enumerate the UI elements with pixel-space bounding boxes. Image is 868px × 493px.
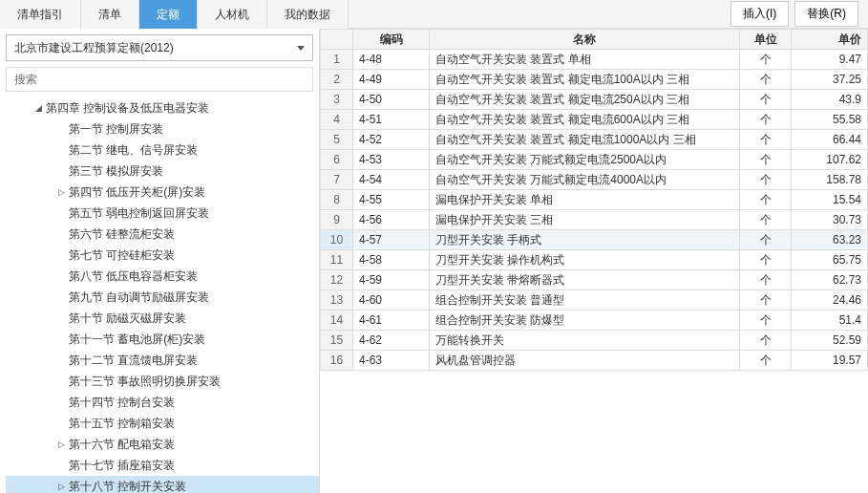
- cell-price[interactable]: 24.46: [792, 290, 868, 311]
- table-row[interactable]: 64-53自动空气开关安装 万能式额定电流2500A以内个107.62: [321, 150, 868, 170]
- cell-name[interactable]: 自动空气开关安装 装置式 额定电流600A以内 三相: [430, 110, 740, 130]
- tree-item[interactable]: ▷第十八节 控制开关安装: [6, 476, 319, 493]
- tab-2[interactable]: 定额: [139, 0, 198, 29]
- table-row[interactable]: 14-48自动空气开关安装 装置式 单相个9.47: [321, 50, 868, 70]
- cell-price[interactable]: 63.23: [792, 230, 868, 250]
- cell-code[interactable]: 4-58: [353, 250, 430, 270]
- table-row[interactable]: 114-58刀型开关安装 操作机构式个65.75: [321, 250, 868, 270]
- cell-price[interactable]: 107.62: [792, 150, 868, 170]
- tab-3[interactable]: 人材机: [198, 0, 267, 29]
- table-row[interactable]: 44-51自动空气开关安装 装置式 额定电流600A以内 三相个55.58: [321, 110, 868, 130]
- cell-name[interactable]: 刀型开关安装 手柄式: [430, 230, 740, 250]
- tree-item[interactable]: 第十三节 事故照明切换屏安装: [6, 371, 319, 392]
- cell-code[interactable]: 4-49: [353, 70, 430, 90]
- cell-unit[interactable]: 个: [740, 70, 792, 90]
- cell-code[interactable]: 4-57: [353, 230, 430, 250]
- col-price[interactable]: 单价: [792, 30, 868, 50]
- cell-code[interactable]: 4-53: [353, 150, 430, 170]
- cell-unit[interactable]: 个: [740, 290, 792, 311]
- cell-code[interactable]: 4-51: [353, 110, 430, 130]
- tree-item[interactable]: 第十五节 控制箱安装: [6, 413, 319, 434]
- cell-unit[interactable]: 个: [740, 130, 792, 150]
- tree-item[interactable]: 第七节 可控硅柜安装: [6, 245, 319, 266]
- cell-unit[interactable]: 个: [740, 210, 792, 230]
- tree-expand-icon[interactable]: ▷: [55, 182, 67, 203]
- table-row[interactable]: 154-62万能转换开关个52.59: [321, 331, 868, 351]
- cell-price[interactable]: 65.75: [792, 250, 868, 270]
- replace-button[interactable]: 替换(R): [794, 1, 858, 27]
- table-row[interactable]: 54-52自动空气开关安装 装置式 额定电流1000A以内 三相个66.44: [321, 130, 868, 150]
- cell-code[interactable]: 4-48: [353, 50, 430, 70]
- col-unit[interactable]: 单位: [740, 30, 792, 50]
- table-row[interactable]: 94-56漏电保护开关安装 三相个30.73: [321, 210, 868, 230]
- cell-name[interactable]: 自动空气开关安装 万能式额定电流2500A以内: [430, 150, 740, 170]
- cell-code[interactable]: 4-59: [353, 270, 430, 290]
- cell-name[interactable]: 刀型开关安装 带熔断器式: [430, 270, 740, 290]
- tree-item[interactable]: 第三节 模拟屏安装: [6, 161, 319, 182]
- tree-item[interactable]: 第十节 励磁灭磁屏安装: [6, 308, 319, 329]
- cell-name[interactable]: 漏电保护开关安装 单相: [430, 190, 740, 210]
- cell-price[interactable]: 66.44: [792, 130, 868, 150]
- table-row[interactable]: 124-59刀型开关安装 带熔断器式个62.73: [321, 270, 868, 290]
- tree-expand-icon[interactable]: ▷: [55, 434, 67, 455]
- search-input[interactable]: [6, 67, 313, 92]
- cell-price[interactable]: 15.54: [792, 190, 868, 210]
- col-name[interactable]: 名称: [430, 30, 740, 50]
- cell-name[interactable]: 风机盘管调控器: [430, 351, 740, 371]
- cell-code[interactable]: 4-63: [353, 351, 430, 371]
- cell-price[interactable]: 158.78: [792, 170, 868, 190]
- tab-4[interactable]: 我的数据: [267, 0, 349, 29]
- cell-price[interactable]: 62.73: [792, 270, 868, 290]
- cell-name[interactable]: 漏电保护开关安装 三相: [430, 210, 740, 230]
- table-row[interactable]: 74-54自动空气开关安装 万能式额定电流4000A以内个158.78: [321, 170, 868, 190]
- cell-unit[interactable]: 个: [740, 50, 792, 70]
- cell-code[interactable]: 4-56: [353, 210, 430, 230]
- cell-unit[interactable]: 个: [740, 150, 792, 170]
- cell-code[interactable]: 4-55: [353, 190, 430, 210]
- cell-price[interactable]: 51.4: [792, 311, 868, 331]
- tree-item[interactable]: 第五节 弱电控制返回屏安装: [6, 203, 319, 224]
- cell-unit[interactable]: 个: [740, 110, 792, 130]
- cell-name[interactable]: 刀型开关安装 操作机构式: [430, 250, 740, 270]
- tree-item[interactable]: ◢第四章 控制设备及低压电器安装: [6, 97, 319, 118]
- tree-item[interactable]: ▷第四节 低压开关柜(屏)安装: [6, 182, 319, 203]
- tree-item[interactable]: 第六节 硅整流柜安装: [6, 224, 319, 245]
- cell-name[interactable]: 自动空气开关安装 装置式 单相: [430, 50, 740, 70]
- tree-item[interactable]: 第九节 自动调节励磁屏安装: [6, 287, 319, 308]
- table-row[interactable]: 84-55漏电保护开关安装 单相个15.54: [321, 190, 868, 210]
- cell-name[interactable]: 自动空气开关安装 装置式 额定电流250A以内 三相: [430, 90, 740, 110]
- col-code[interactable]: 编码: [353, 30, 430, 50]
- cell-unit[interactable]: 个: [740, 250, 792, 270]
- quota-dropdown[interactable]: 北京市建设工程预算定额(2012): [6, 34, 313, 61]
- cell-name[interactable]: 组合控制开关安装 防爆型: [430, 311, 740, 331]
- tree-item[interactable]: 第二节 继电、信号屏安装: [6, 139, 319, 161]
- cell-unit[interactable]: 个: [740, 230, 792, 250]
- data-grid[interactable]: 编码 名称 单位 单价 14-48自动空气开关安装 装置式 单相个9.4724-…: [320, 29, 868, 493]
- cell-unit[interactable]: 个: [740, 311, 792, 331]
- cell-name[interactable]: 万能转换开关: [430, 331, 740, 351]
- cell-price[interactable]: 19.57: [792, 351, 868, 371]
- cell-code[interactable]: 4-60: [353, 290, 430, 311]
- cell-code[interactable]: 4-61: [353, 311, 430, 331]
- cell-code[interactable]: 4-62: [353, 331, 430, 351]
- cell-unit[interactable]: 个: [740, 270, 792, 290]
- cell-unit[interactable]: 个: [740, 351, 792, 371]
- tree-expand-icon[interactable]: ◢: [32, 97, 44, 118]
- insert-button[interactable]: 插入(I): [730, 1, 789, 27]
- table-row[interactable]: 134-60组合控制开关安装 普通型个24.46: [321, 290, 868, 311]
- table-row[interactable]: 104-57刀型开关安装 手柄式个63.23: [321, 230, 868, 250]
- tree-item[interactable]: 第一节 控制屏安装: [6, 118, 319, 139]
- tab-0[interactable]: 清单指引: [0, 0, 81, 29]
- cell-name[interactable]: 自动空气开关安装 万能式额定电流4000A以内: [430, 170, 740, 190]
- tree-item[interactable]: ▷第十六节 配电箱安装: [6, 434, 319, 455]
- tree-item[interactable]: 第十四节 控制台安装: [6, 392, 319, 413]
- cell-code[interactable]: 4-54: [353, 170, 430, 190]
- cell-price[interactable]: 37.25: [792, 70, 868, 90]
- cell-name[interactable]: 自动空气开关安装 装置式 额定电流100A以内 三相: [430, 70, 740, 90]
- cell-price[interactable]: 30.73: [792, 210, 868, 230]
- table-row[interactable]: 34-50自动空气开关安装 装置式 额定电流250A以内 三相个43.9: [321, 90, 868, 110]
- cell-price[interactable]: 55.58: [792, 110, 868, 130]
- cell-code[interactable]: 4-52: [353, 130, 430, 150]
- tree-item[interactable]: 第八节 低压电容器柜安装: [6, 266, 319, 287]
- table-row[interactable]: 24-49自动空气开关安装 装置式 额定电流100A以内 三相个37.25: [321, 70, 868, 90]
